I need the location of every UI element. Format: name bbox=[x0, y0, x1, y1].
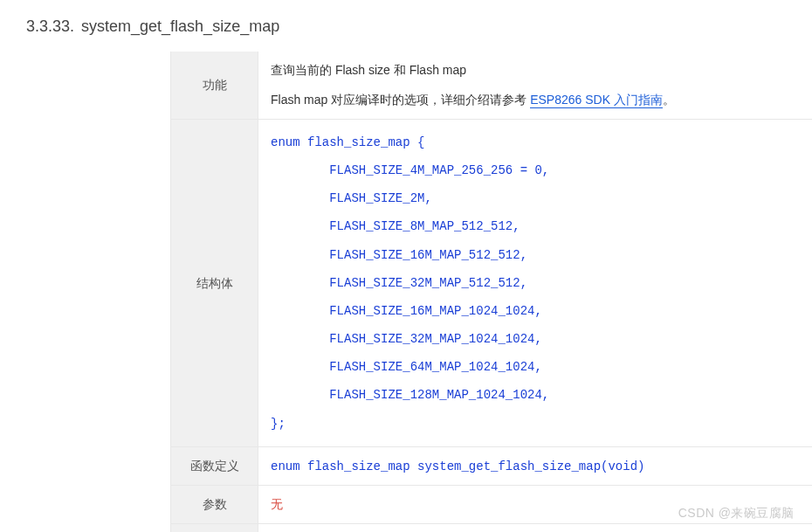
label-function: 功能 bbox=[171, 52, 258, 119]
function-desc-pre: Flash map 对应编译时的选项，详细介绍请参考 bbox=[271, 93, 530, 107]
section-number: 3.3.33. bbox=[26, 17, 74, 35]
section-heading: 3.3.33.system_get_flash_size_map bbox=[26, 17, 812, 36]
watermark: CSDN @来碗豆腐脑 bbox=[678, 506, 795, 522]
definition-code: enum flash_size_map system_get_flash_siz… bbox=[271, 459, 644, 473]
function-desc-line1: 查询当前的 Flash size 和 Flash map bbox=[271, 60, 800, 79]
params-value: 无 bbox=[271, 497, 283, 511]
value-return: flash map bbox=[258, 523, 813, 532]
row-struct: 结构体 enum flash_size_map { FLASH_SIZE_4M_… bbox=[171, 119, 813, 446]
value-function: 查询当前的 Flash size 和 Flash map Flash map 对… bbox=[258, 52, 813, 119]
function-desc-line2: Flash map 对应编译时的选项，详细介绍请参考 ESP8266 SDK 入… bbox=[271, 90, 800, 109]
function-desc-post: 。 bbox=[663, 93, 675, 107]
label-struct: 结构体 bbox=[171, 119, 258, 446]
value-struct: enum flash_size_map { FLASH_SIZE_4M_MAP_… bbox=[258, 119, 813, 446]
sdk-guide-link[interactable]: ESP8266 SDK 入门指南 bbox=[530, 93, 663, 108]
section-title: system_get_flash_size_map bbox=[81, 17, 279, 35]
row-function: 功能 查询当前的 Flash size 和 Flash map Flash ma… bbox=[171, 52, 813, 119]
label-params: 参数 bbox=[171, 486, 258, 523]
api-table: 功能 查询当前的 Flash size 和 Flash map Flash ma… bbox=[170, 52, 812, 532]
row-return: 返回 flash map bbox=[171, 523, 813, 532]
label-return: 返回 bbox=[171, 523, 258, 532]
row-definition: 函数定义 enum flash_size_map system_get_flas… bbox=[171, 446, 813, 485]
value-definition: enum flash_size_map system_get_flash_siz… bbox=[258, 446, 813, 485]
struct-code: enum flash_size_map { FLASH_SIZE_4M_MAP_… bbox=[271, 128, 800, 438]
label-definition: 函数定义 bbox=[171, 446, 258, 485]
